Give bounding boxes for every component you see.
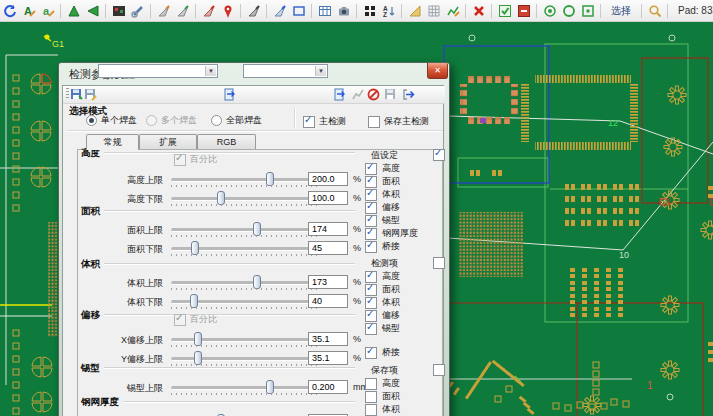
chevron-down-icon: ▼: [205, 66, 216, 76]
pcb-label-1: 1: [647, 380, 653, 391]
dart-green-icon[interactable]: [174, 2, 191, 20]
tiles-icon[interactable]: [361, 2, 378, 20]
pyramid-icon[interactable]: [65, 2, 82, 20]
pcb-label-12: 12: [608, 118, 618, 128]
volume-lower-slider[interactable]: [171, 300, 321, 304]
check-item[interactable]: ✓锡型: [362, 322, 446, 335]
check-item[interactable]: ✓面积: [362, 390, 446, 403]
annotate-a-icon[interactable]: A: [20, 2, 37, 20]
value-setting-master-checkbox[interactable]: ✓: [433, 149, 445, 161]
volume-upper-input[interactable]: [308, 275, 348, 289]
check-item[interactable]: ✓锡型: [362, 214, 446, 227]
height-lower-slider[interactable]: [171, 197, 321, 201]
dart-grey-icon[interactable]: [245, 2, 262, 20]
cone-icon[interactable]: [84, 2, 101, 20]
solder-shape-slider[interactable]: [171, 386, 321, 390]
minus-box-icon[interactable]: [515, 2, 532, 20]
check-item[interactable]: ✓高度: [362, 377, 446, 390]
solder-shape-input[interactable]: [308, 380, 348, 394]
check-item[interactable]: ✓体积: [362, 188, 446, 201]
save-main-detect-checkbox[interactable]: ✓ 保存主检测: [368, 115, 429, 128]
check-item[interactable]: ✓桥接: [362, 240, 446, 253]
chart-edit-icon[interactable]: [444, 2, 461, 20]
select-mode-label[interactable]: 选择: [611, 4, 631, 18]
panel-save-items: 保存项 ✓ ✓高度 ✓面积 ✓体积 ✓偏移: [362, 364, 446, 416]
divider: [294, 108, 296, 128]
x-offset-input[interactable]: [308, 332, 348, 346]
slider-row: 体积上限 %: [81, 275, 361, 294]
height-lower-input[interactable]: [308, 191, 348, 205]
annotate-a2-icon[interactable]: a: [39, 2, 56, 20]
check-item[interactable]: ✓桥接: [362, 346, 446, 359]
grid-icon[interactable]: [425, 2, 442, 20]
check-item[interactable]: ✓偏移: [362, 309, 446, 322]
pcb-label-g1: G1: [52, 39, 64, 49]
dart-blue-icon[interactable]: [271, 2, 288, 20]
check-item[interactable]: ✓面积: [362, 283, 446, 296]
delete-x-icon[interactable]: [470, 2, 487, 20]
area-upper-input[interactable]: [308, 222, 348, 236]
check-item[interactable]: ✓面积: [362, 175, 446, 188]
x-offset-slider[interactable]: [171, 338, 321, 342]
check-item[interactable]: ✓高度: [362, 270, 446, 283]
height-upper-slider[interactable]: [171, 178, 321, 182]
volume-lower-input[interactable]: [308, 294, 348, 308]
dart-red-icon[interactable]: [200, 2, 217, 20]
tab-general[interactable]: 常规: [86, 134, 139, 150]
dart-orange-icon[interactable]: [155, 2, 172, 20]
height-percent-checkbox[interactable]: ✓ 百分比: [174, 153, 217, 166]
profile-combo-2[interactable]: ▼: [243, 64, 328, 78]
save-items-master-checkbox[interactable]: ✓: [433, 364, 445, 376]
table-icon[interactable]: [316, 2, 333, 20]
tools-icon[interactable]: [129, 2, 146, 20]
camera-icon[interactable]: [335, 2, 352, 20]
undo-icon[interactable]: [1, 2, 18, 20]
profile-combo-1[interactable]: ▼: [98, 64, 218, 78]
y-offset-slider[interactable]: [171, 357, 321, 361]
divider: [67, 130, 443, 132]
save-profile-icon[interactable]: [69, 87, 83, 101]
volume-upper-slider[interactable]: [171, 281, 321, 285]
area-upper-slider[interactable]: [171, 228, 321, 232]
check-item[interactable]: ✓偏移: [362, 201, 446, 214]
radio-multi-pad[interactable]: 多个焊盘: [146, 114, 197, 127]
offset-percent-checkbox[interactable]: ✓ 百分比: [174, 313, 217, 326]
image-icon[interactable]: [110, 2, 127, 20]
save-as-profile-icon[interactable]: [83, 87, 97, 101]
group-stencil-thickness: 钢网厚度 钢网厚度 mm: [81, 396, 361, 416]
check-item[interactable]: ✓体积: [362, 296, 446, 309]
sort-az-icon[interactable]: AZ: [380, 2, 397, 20]
check-item[interactable]: ✓钢网厚度: [362, 227, 446, 240]
area-lower-slider[interactable]: [171, 247, 321, 251]
app-toolbar: A a AZ 选: [0, 0, 713, 22]
slider-row: 面积上限 %: [81, 222, 361, 241]
slider-row: 高度上限 %: [81, 172, 361, 191]
detection-settings-dialog: 检测参数设置 ✕ ▼ ▼ 选择模式 单个焊盘 多个焊盘 全部焊盘: [58, 62, 450, 416]
radio-single-pad[interactable]: 单个焊盘: [86, 114, 137, 127]
check-item[interactable]: ✓体积: [362, 403, 446, 416]
check-item[interactable]: ✓高度: [362, 162, 446, 175]
ruler-icon[interactable]: [406, 2, 423, 20]
stats-icon[interactable]: [350, 87, 364, 101]
radio-all-pads[interactable]: 全部焊盘: [211, 114, 262, 127]
save-grey-icon[interactable]: [383, 87, 397, 101]
circle-dot-icon[interactable]: [541, 2, 558, 20]
select-rect-icon[interactable]: [290, 2, 307, 20]
apply-profile-1-icon[interactable]: [222, 87, 236, 101]
circle-icon[interactable]: [560, 2, 577, 20]
square-target-icon[interactable]: [579, 2, 596, 20]
close-button[interactable]: ✕: [427, 63, 448, 79]
apply-profile-2-icon[interactable]: [332, 87, 346, 101]
block-icon[interactable]: [366, 87, 380, 101]
area-lower-input[interactable]: [308, 241, 348, 255]
radio-dot: [211, 115, 222, 126]
exit-icon[interactable]: [401, 87, 415, 101]
location-pin-icon[interactable]: [219, 2, 236, 20]
check-box-icon[interactable]: [496, 2, 513, 20]
magnifier-icon[interactable]: [646, 2, 663, 20]
main-detect-checkbox[interactable]: ✓ 主检测: [303, 115, 346, 128]
radio-dot: [86, 115, 97, 126]
pad-count-label: Pad: 8335: [678, 5, 713, 16]
detect-items-master-checkbox[interactable]: ✓: [433, 257, 445, 269]
height-upper-input[interactable]: [308, 172, 348, 186]
